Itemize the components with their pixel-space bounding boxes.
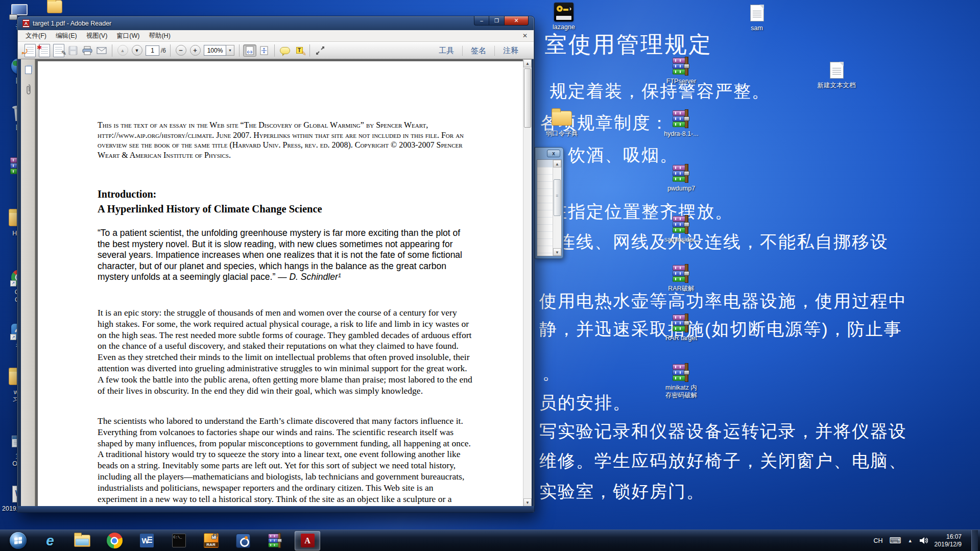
pdf-file-icon [22,19,30,28]
zoom-level-value[interactable]: 100% [204,45,226,56]
zoom-out-icon[interactable]: − [174,44,187,57]
icon-box [670,363,692,382]
tray-time: 16:07 [935,533,962,541]
attachments-paperclip-icon[interactable] [23,83,34,96]
desktop-icon-saminside[interactable]: saminside... [657,214,706,244]
icon-label: FTPserver [666,78,696,85]
taskbar-chrome[interactable] [102,531,127,550]
taskbar-items: eWC:\_RARA [0,531,320,550]
taskbar-winrar[interactable] [262,531,288,550]
zoom-in-icon[interactable]: + [188,44,202,57]
desktop-icon-new-text-doc[interactable]: 新建文本文档 [812,60,861,89]
show-desktop-button[interactable] [971,530,978,551]
fit-page-icon[interactable] [257,44,271,57]
menu-item-5[interactable]: 帮助(H) [144,30,175,42]
taskbar-rar-cracker[interactable]: RAR [198,531,224,550]
pdf-scrollbar[interactable]: ▲ ▼ [523,59,532,507]
wallpaper-line-12: 实验室，锁好房门。 [539,480,705,504]
desktop-icon-rar-target[interactable]: RAR target [657,313,706,342]
close-button[interactable]: ✕ [504,16,529,26]
vmware-icon [236,534,250,548]
maximize-button[interactable]: ❐ [489,16,504,26]
rar-cracker-icon: RAR [204,533,219,548]
taskbar-start[interactable] [5,531,31,550]
page-down-icon[interactable]: ▼ [130,44,144,57]
taskbar-internet-explorer[interactable]: e [37,531,63,550]
create-pdf-icon[interactable]: ✱ [38,44,51,57]
icon-label: 新建文本文档 [818,82,856,89]
scroll-down-icon[interactable]: ▼ [553,248,561,256]
desktop-icon-weak-dict[interactable]: 弱口令字典 [537,108,586,137]
menu-item-2[interactable]: 编辑(E) [51,30,82,42]
wallpaper-line-8: 。 [542,362,561,385]
wallpaper-line-4: 在指定位置整齐摆放。 [549,200,733,224]
titlebar[interactable]: target 1.pdf - Adobe Reader [17,16,534,30]
winrar-archive-icon [673,110,690,127]
taskbar-windows-explorer[interactable] [69,531,95,550]
page-up-icon[interactable]: ▲ [116,44,129,57]
icon-box [670,313,692,332]
text-file-icon [750,5,764,21]
fullscreen-icon[interactable] [314,44,327,57]
scroll-up-icon[interactable]: ▲ [523,59,532,67]
desktop-icon-rar-crack[interactable]: RAR破解 [657,263,706,293]
comment-icon[interactable] [278,44,292,57]
scroll-down-icon[interactable]: ▼ [523,498,532,507]
background-window-titlebar: x [535,148,563,159]
background-window-scrollbar[interactable]: ▲ ▼ [553,160,561,256]
icon-label: 弱口令字典 [546,130,578,137]
desktop-icon-minikatz[interactable]: minikatz 内存密码破解 [657,363,706,399]
toolbar-action-1[interactable]: 工具 [431,46,462,56]
print-icon[interactable] [81,44,94,57]
taskbar-cmd[interactable]: C:\_ [166,531,192,550]
desktop-icon-hydra[interactable]: hydra-8.1-... [657,109,706,138]
toolbar-action-2[interactable]: 签名 [462,46,494,56]
taskbar-adobe-reader[interactable]: A [295,531,320,550]
minimize-button[interactable]: – [474,16,489,26]
document-close-icon[interactable]: ✕ [522,32,528,39]
background-partial-window[interactable]: x ▲ ▼ [535,147,564,259]
desktop-icon-lazagne[interactable]: ›lazagne [539,2,588,31]
menu-item-3[interactable]: 视图(V) [82,30,112,42]
internet-explorer-icon: e [46,533,54,549]
close-icon[interactable]: x [547,150,560,157]
body-paragraph-2: It is an epic story: the struggle of tho… [98,307,474,396]
background-window-body: ▲ ▼ [537,159,562,256]
scrollbar-thumb[interactable] [554,179,561,216]
zoom-dropdown-icon[interactable]: ▼ [226,45,234,56]
toolbar-action-3[interactable]: 注释 [494,46,527,56]
icon-box [551,108,573,128]
hidden-icons-chevron[interactable]: ▲ [908,538,913,543]
speaker-icon[interactable] [919,537,928,544]
chrome-icon [107,533,123,548]
window-bottom-border [17,506,534,512]
taskbar-word[interactable]: W [134,531,159,550]
highlight-text-icon[interactable]: T ✎ [293,44,306,57]
sign-icon[interactable]: ✎ [52,44,65,57]
zoom-level-control: 100% ▼ [204,45,234,56]
fit-width-icon[interactable] [243,44,256,57]
page-thumbnails-icon[interactable] [23,63,34,77]
menu-item-4[interactable]: 窗口(W) [112,30,144,42]
desktop-icon-ftpserver[interactable]: FTPserver [657,56,706,85]
icon-label: lazagne [553,23,575,31]
menu-item-1[interactable]: 文件(F) [21,30,51,42]
clock[interactable]: 16:07 2019/12/9 [935,533,965,548]
icon-label: RAR破解 [668,285,694,293]
email-icon[interactable] [95,44,108,57]
taskbar-vmware[interactable] [230,531,256,550]
text-file-icon [830,62,844,79]
wallpaper-line-11: 维修。学生应码放好椅子，关闭窗户、电脑、 [539,449,907,473]
desktop-icon-partial-documents[interactable] [47,0,62,13]
icon-label: pwdump7 [667,185,695,193]
save-icon[interactable] [66,44,80,57]
page-number-input[interactable] [146,45,159,56]
open-icon[interactable]: ⤾ [23,44,37,57]
desktop-icon-pwdump7[interactable]: pwdump7 [657,163,706,193]
desktop-icon-sam[interactable]: sam [732,3,781,32]
keyboard-icon[interactable]: ⌨ [890,536,901,545]
scroll-up-icon[interactable]: ▲ [553,160,561,167]
scrollbar-thumb[interactable] [524,68,531,128]
language-indicator[interactable]: CH [874,537,883,544]
winrar-archive-icon [673,364,690,381]
